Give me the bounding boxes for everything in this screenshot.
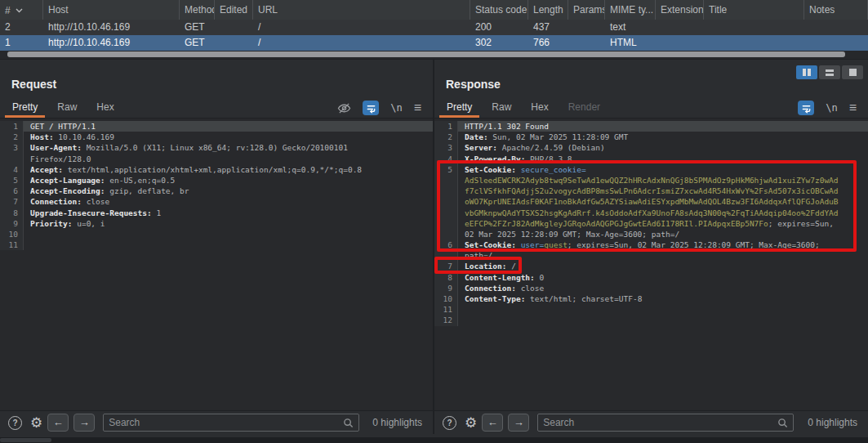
column-header-host[interactable]: Host (43, 0, 180, 20)
column-header-number[interactable]: # (0, 0, 43, 20)
request-code-line[interactable]: 5Accept-Language: en-US,en;q=0.5 (0, 175, 433, 186)
column-header-notes[interactable]: Notes (804, 0, 868, 20)
request-code-line[interactable]: 6Accept-Encoding: gzip, deflate, br (0, 186, 433, 196)
request-search-box (103, 414, 359, 432)
request-code-line[interactable]: 10 (0, 229, 433, 239)
column-header-mime-type[interactable]: MIME ty... (605, 0, 656, 20)
response-code-line[interactable]: 02 Mar 2025 12:28:09 GMT; Max-Age=3600; … (434, 229, 868, 239)
row-params-cell (568, 35, 605, 51)
search-previous-button[interactable]: ← (47, 414, 69, 432)
response-tabbar: Pretty Raw Hex Render \n ≡ (434, 98, 868, 119)
scrollbar-thumb[interactable] (7, 51, 845, 57)
help-icon: ? (8, 416, 22, 430)
request-code-line[interactable]: 7Connection: close (0, 196, 433, 207)
response-code-line[interactable]: 2Date: Sun, 02 Mar 2025 11:28:09 GMT (434, 132, 868, 142)
request-code-line[interactable]: 8Upgrade-Insecure-Requests: 1 (0, 208, 433, 218)
search-settings-button[interactable]: ⚙ (30, 416, 42, 430)
word-wrap-button[interactable] (798, 101, 814, 115)
row-url-cell: / (253, 20, 470, 35)
row-number-cell: 2 (0, 20, 43, 35)
row-host-cell: http://10.10.46.169 (43, 35, 180, 51)
request-panel-title: Request (11, 78, 56, 91)
editor-menu-button[interactable]: ≡ (414, 101, 421, 114)
row-status-code-cell: 302 (470, 35, 528, 51)
request-code-line[interactable]: Firefox/128.0 (0, 154, 433, 164)
newline-icon: \n (390, 102, 402, 114)
tab-request-raw[interactable]: Raw (50, 98, 84, 118)
request-code-line[interactable]: 4Accept: text/html,application/xhtml+xml… (0, 164, 433, 175)
response-code-line[interactable]: 3Server: Apache/2.4.59 (Debian) (434, 142, 868, 153)
row-method-cell: GET (180, 35, 215, 51)
table-row[interactable]: 2 http://10.10.46.169 GET / 200 437 text (0, 20, 868, 35)
tab-response-pretty[interactable]: Pretty (439, 98, 479, 118)
tab-response-raw[interactable]: Raw (484, 98, 519, 118)
response-code-line[interactable]: 6Set-Cookie: user=guest; expires=Sun, 02… (434, 239, 868, 250)
response-code-line[interactable]: vbGMknpwQAdYTSXS2hsgKgAdRrf.k4sOddoAdfXa… (434, 208, 868, 218)
response-code-line[interactable]: f7clVSfkhFQAdjjS2u2vogycAdBP8msSwLPn6Adc… (434, 186, 868, 196)
response-code-line[interactable]: AdSleedEWCRK2Adyb8twq9SeTwAd1ewQQZ2hHRcA… (434, 175, 868, 186)
hide-eye-icon[interactable] (337, 102, 351, 114)
row-length-cell: 437 (528, 20, 568, 35)
word-wrap-icon (363, 101, 379, 115)
column-header-params[interactable]: Params (568, 0, 605, 20)
response-panel-header: Response (434, 60, 868, 98)
search-next-button[interactable]: → (508, 414, 529, 432)
search-previous-button[interactable]: ← (482, 414, 503, 432)
response-search-input[interactable] (538, 417, 777, 428)
row-method-cell: GET (180, 20, 215, 35)
request-code-line[interactable]: 2Host: 10.10.46.169 (0, 132, 433, 142)
column-header-title[interactable]: Title (704, 0, 804, 20)
response-code-line[interactable]: 1HTTP/1.1 302 Found (434, 121, 868, 132)
request-highlights-count: 0 highlights (359, 417, 422, 428)
response-code-line[interactable]: path=/ (434, 250, 868, 261)
column-header-method[interactable]: Method (180, 0, 215, 20)
tab-response-hex[interactable]: Hex (523, 98, 555, 118)
request-code-line[interactable]: 9Priority: u=0, i (0, 218, 433, 229)
search-help-button[interactable]: ? (443, 416, 456, 430)
tab-request-hex[interactable]: Hex (89, 98, 121, 118)
request-code-line[interactable]: 3User-Agent: Mozilla/5.0 (X11; Linux x86… (0, 142, 433, 153)
response-panel-title: Response (446, 78, 501, 91)
scrollbar-thumb[interactable] (0, 438, 51, 442)
column-header-url[interactable]: URL (253, 0, 470, 20)
response-code-line[interactable]: 10Content-Type: text/html; charset=UTF-8 (434, 293, 868, 304)
search-settings-button[interactable]: ⚙ (465, 416, 477, 430)
response-code-line[interactable]: 5Set-Cookie: secure_cookie= (434, 164, 868, 175)
response-code-line[interactable]: 11 (434, 304, 868, 315)
response-code-line[interactable]: 8Content-Length: 0 (434, 272, 868, 283)
word-wrap-button[interactable] (363, 101, 379, 115)
request-tabbar: Pretty Raw Hex \n ≡ (0, 98, 433, 119)
show-newlines-button[interactable]: \n (826, 102, 837, 114)
column-header-length[interactable]: Length (528, 0, 568, 20)
response-code-line[interactable]: eEFCP%2FZrJ82AdMkgleyJGRqoAdAQGPGJgGwtEA… (434, 218, 868, 229)
table-row-selected[interactable]: 1 http://10.10.46.169 GET / 302 766 HTML (0, 35, 868, 51)
request-code-line[interactable]: 1GET / HTTP/1.1 (0, 121, 433, 132)
request-code-line[interactable]: 11 (0, 239, 433, 250)
column-header-status-code[interactable]: Status code (470, 0, 528, 20)
response-code-line[interactable]: 12 (434, 315, 868, 325)
tab-request-pretty[interactable]: Pretty (5, 98, 45, 118)
request-editor[interactable]: 1GET / HTTP/1.12Host: 10.10.46.1693User-… (0, 119, 433, 410)
row-extension-cell (656, 20, 704, 35)
show-newlines-button[interactable]: \n (390, 102, 402, 114)
request-search-bar: ? ⚙ ← → 0 highlights (0, 410, 433, 434)
column-header-edited[interactable]: Edited (215, 0, 253, 20)
response-code-line[interactable]: 4X-Powered-By: PHP/8.3.8 (434, 154, 868, 164)
tab-response-render[interactable]: Render (561, 98, 608, 118)
layout-single-button[interactable] (842, 65, 863, 79)
search-next-button[interactable]: → (73, 414, 95, 432)
row-edited-cell (215, 20, 253, 35)
response-highlights-count: 0 highlights (794, 417, 857, 428)
response-code-line[interactable]: 9Connection: close (434, 283, 868, 293)
column-header-extension[interactable]: Extension (656, 0, 704, 20)
editor-menu-button[interactable]: ≡ (849, 101, 857, 114)
response-code-line[interactable]: oWO7KprUNEIAdsF0KAF1noBkAdfGw5AZYSiawAdi… (434, 196, 868, 207)
response-editor[interactable]: 1HTTP/1.1 302 Found2Date: Sun, 02 Mar 20… (434, 119, 868, 410)
search-help-button[interactable]: ? (8, 416, 22, 430)
response-panel: Response Pretty Raw Hex Render (434, 60, 868, 434)
layout-rows-button[interactable] (819, 65, 840, 79)
request-search-input[interactable] (104, 417, 343, 428)
layout-columns-button[interactable] (796, 65, 817, 79)
response-code-line[interactable]: 7Location: / (434, 261, 868, 271)
word-wrap-icon (798, 101, 814, 115)
